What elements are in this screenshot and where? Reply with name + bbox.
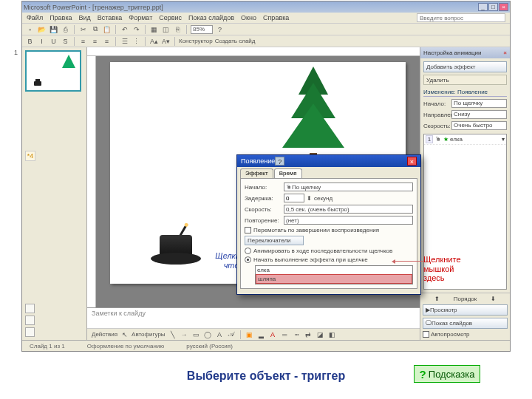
zoom-combo[interactable]: 85%	[191, 25, 213, 34]
new-slide-button[interactable]: Создать слайд	[215, 38, 256, 44]
dialog-help-icon[interactable]: ?	[275, 157, 284, 166]
close-button[interactable]: ×	[499, 3, 508, 11]
separator	[174, 37, 175, 46]
speed-select[interactable]: Очень быстро	[451, 121, 507, 130]
tab-timing[interactable]: Время	[274, 168, 302, 178]
increase-font-icon[interactable]: A▴	[149, 36, 159, 46]
menu-help[interactable]: Справка	[263, 14, 289, 21]
trigger-option[interactable]: Фигура 3: Щелкните мышкой...	[256, 284, 412, 284]
radio-onclick[interactable]	[245, 256, 251, 263]
hyperlink-icon[interactable]: ⎘	[173, 24, 183, 34]
help-icon[interactable]: ?	[215, 24, 225, 34]
menu-edit[interactable]: Правка	[50, 14, 72, 21]
save-icon[interactable]: 💾	[49, 24, 58, 34]
rewind-checkbox[interactable]	[245, 227, 251, 233]
autoshapes-menu[interactable]: Автофигуры	[132, 331, 166, 338]
align-left-icon[interactable]: ≡	[78, 36, 88, 46]
autopreview-checkbox[interactable]	[423, 331, 429, 338]
remove-effect-button[interactable]: Удалить	[423, 75, 507, 85]
trigger-object-list[interactable]: елка шляпа Фигура 3: Щелкните мышкой...	[255, 265, 413, 284]
slideshow-button[interactable]: 🖵 Показ слайдов	[423, 318, 508, 329]
dlg-start-select[interactable]: 🖱 По щелчку	[284, 183, 413, 191]
menu-tools[interactable]: Сервис	[159, 14, 182, 21]
sorter-view-icon[interactable]	[25, 316, 35, 325]
trigger-option[interactable]: елка	[256, 266, 412, 274]
decrease-font-icon[interactable]: A▾	[161, 36, 171, 46]
slideshow-view-icon[interactable]	[25, 327, 35, 337]
italic-icon[interactable]: I	[37, 36, 47, 46]
undo-icon[interactable]: ↶	[120, 24, 129, 34]
draw-menu[interactable]: Действия	[92, 331, 117, 338]
shadow-style-icon[interactable]: ◪	[316, 330, 325, 339]
start-select[interactable]: По щелчку	[451, 99, 507, 108]
normal-view-icon[interactable]	[25, 304, 35, 313]
oval-icon[interactable]: ◯	[203, 330, 213, 339]
numbering-icon[interactable]: ⋮	[132, 36, 141, 46]
direction-select[interactable]: Снизу	[451, 110, 507, 119]
trigger-option-selected[interactable]: шляпа	[256, 274, 412, 284]
dash-style-icon[interactable]: ┅	[292, 330, 301, 339]
notes-pane[interactable]: Заметки к слайду	[87, 307, 420, 328]
shadow-icon[interactable]: S	[61, 36, 70, 46]
hint-button[interactable]: ? Подсказка	[414, 365, 480, 383]
wordart-icon[interactable]: 𝒜	[227, 330, 236, 339]
effect-item[interactable]: 1 🖱 ★ елка ▾	[424, 134, 506, 145]
textbox-icon[interactable]: A	[215, 330, 225, 339]
dlg-speed-label: Скорость:	[245, 206, 282, 213]
font-color-icon[interactable]: A	[268, 330, 278, 339]
taskpane-title: Настройка анимации ×	[420, 47, 510, 58]
rect-icon[interactable]: ▭	[191, 330, 201, 339]
align-right-icon[interactable]: ≡	[102, 36, 112, 46]
print-icon[interactable]: ⎙	[61, 24, 70, 34]
cut-icon[interactable]: ✂	[78, 24, 88, 34]
status-bar: Слайд 1 из 1 Оформление по умолчанию рус…	[22, 340, 510, 351]
bullets-icon[interactable]: ☰	[120, 36, 129, 46]
arrow-style-icon[interactable]: ⇄	[304, 330, 313, 339]
taskpane-close-icon[interactable]: ×	[503, 50, 507, 56]
help-search-input[interactable]	[417, 13, 505, 22]
menu-bar: Файл Правка Вид Вставка Формат Сервис По…	[22, 13, 510, 24]
dialog-close-icon[interactable]: ×	[407, 157, 417, 166]
menu-format[interactable]: Формат	[129, 14, 152, 21]
design-button[interactable]: Конструктор	[179, 38, 213, 44]
menu-window[interactable]: Окно	[241, 14, 256, 21]
dlg-repeat-select[interactable]: (нет)	[284, 216, 413, 225]
play-button[interactable]: ▶ Просмотр	[423, 304, 508, 316]
animation-indicator[interactable]: *4	[25, 151, 35, 161]
triggers-button[interactable]: Переключатели	[245, 236, 304, 245]
dlg-speed-select[interactable]: 0,5 сек. (очень быстро)	[284, 205, 413, 214]
bold-icon[interactable]: B	[25, 36, 35, 46]
dlg-repeat-label: Повторение:	[245, 217, 282, 224]
align-center-icon[interactable]: ≡	[90, 36, 100, 46]
minimize-button[interactable]: _	[478, 3, 488, 11]
3d-style-icon[interactable]: ◧	[327, 330, 337, 339]
chart-icon[interactable]: ◫	[161, 24, 171, 34]
add-effect-button[interactable]: Добавить эффект	[423, 61, 507, 72]
drawing-toolbar: Действия ↖ Автофигуры ╲ → ▭ ◯ A 𝒜 ▣ ▂ A …	[87, 328, 420, 340]
menu-slideshow[interactable]: Показ слайдов	[188, 14, 234, 21]
line-icon[interactable]: ╲	[168, 330, 177, 339]
paste-icon[interactable]: 📋	[102, 24, 112, 34]
status-language: русский (Россия)	[186, 343, 233, 349]
underline-icon[interactable]: U	[49, 36, 58, 46]
fill-color-icon[interactable]: ▣	[245, 330, 254, 339]
open-icon[interactable]: 📂	[37, 24, 47, 34]
menu-view[interactable]: Вид	[79, 14, 91, 21]
table-icon[interactable]: ▦	[149, 24, 159, 34]
select-icon[interactable]: ↖	[120, 330, 129, 339]
copy-icon[interactable]: ⧉	[90, 24, 100, 34]
new-icon[interactable]: ▫	[25, 24, 35, 34]
dialog-titlebar[interactable]: Появление ? ×	[237, 155, 420, 167]
tab-effect[interactable]: Эффект	[240, 168, 273, 178]
arrow-icon[interactable]: →	[180, 330, 189, 339]
radio-sequence[interactable]	[245, 248, 251, 254]
menu-insert[interactable]: Вставка	[98, 14, 122, 21]
menu-file[interactable]: Файл	[27, 14, 43, 21]
redo-icon[interactable]: ↷	[132, 24, 141, 34]
line-color-icon[interactable]: ▂	[256, 330, 266, 339]
maximize-button[interactable]: □	[488, 3, 498, 11]
tree-object[interactable]	[276, 66, 350, 166]
dlg-delay-input[interactable]	[284, 194, 304, 202]
line-style-icon[interactable]: ═	[280, 330, 290, 339]
slide-thumbnail[interactable]	[25, 50, 81, 92]
